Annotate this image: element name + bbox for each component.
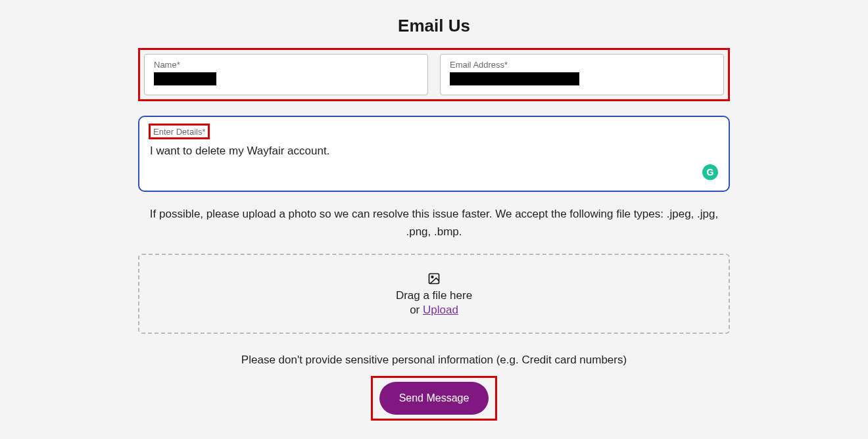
grammarly-icon[interactable]: G [702,164,718,180]
email-form: Name* Email Address* Enter Details* I wa… [138,48,730,421]
email-label: Email Address* [450,60,714,70]
name-value-redacted [154,72,216,85]
name-label: Name* [154,60,418,70]
file-dropzone[interactable]: Drag a file here or Upload [138,254,730,334]
image-icon [427,272,441,285]
annotation-details-label-box: Enter Details* [149,124,210,139]
annotation-send-button-box: Send Message [371,376,498,421]
name-field[interactable]: Name* [144,54,428,95]
dropzone-text-1: Drag a file here [146,289,722,302]
privacy-note: Please don't provide sensitive personal … [138,354,730,367]
upload-hint: If possible, please upload a photo so we… [138,205,730,241]
dropzone-text-2: or Upload [146,304,722,317]
annotation-name-email-box: Name* Email Address* [138,48,730,101]
send-button[interactable]: Send Message [379,382,489,415]
dropzone-or: or [410,304,423,316]
email-field[interactable]: Email Address* [440,54,724,95]
upload-link[interactable]: Upload [423,304,458,316]
page-title: Email Us [9,0,859,48]
details-label: Enter Details* [153,127,205,137]
email-value-redacted [450,72,579,85]
details-field[interactable]: Enter Details* I want to delete my Wayfa… [138,116,730,192]
details-value: I want to delete my Wayfair account. [150,143,718,159]
svg-point-1 [431,277,433,279]
